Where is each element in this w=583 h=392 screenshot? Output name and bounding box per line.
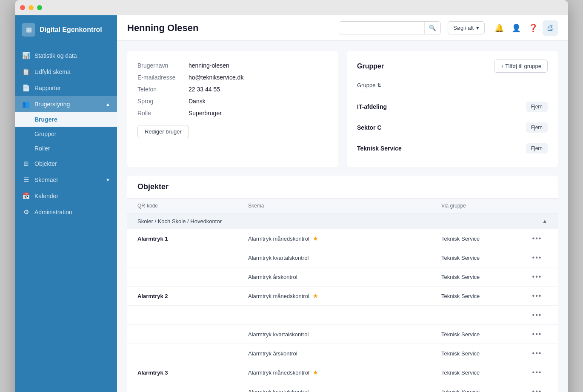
remove-group-sektorc-button[interactable]: Fjern xyxy=(526,122,548,133)
sidebar-sub-item-brugere[interactable]: Brugere xyxy=(15,112,117,127)
table-row: Rolle Superbruger xyxy=(137,107,328,119)
main-content: Henning Olesen 🔍 Søg i alt ▾ 🔔 👤 xyxy=(117,15,568,392)
sidebar-item-kalender-label: Kalender xyxy=(34,193,110,199)
user-icon: 👤 xyxy=(512,23,521,33)
app-layout: ⊞ Digital Egenkontrol 📊 Statistik og dat… xyxy=(15,15,568,392)
more-options-button[interactable]: ••• xyxy=(526,253,548,262)
more-options-button[interactable]: ••• xyxy=(526,387,548,392)
minimize-dot[interactable] xyxy=(29,5,34,10)
sidebar-item-udfyld[interactable]: 📋 Udfyld skema xyxy=(15,64,117,80)
logo-label: Digital Egenkontrol xyxy=(40,26,102,34)
sidebar-item-objekter[interactable]: ⊞ Objekter xyxy=(15,156,117,172)
schema-cell: Alarmtryk årskontrol xyxy=(248,274,441,280)
search-button[interactable]: 🔍 xyxy=(424,22,440,34)
schema-cell: Alarmtryk årskontrol xyxy=(248,350,441,357)
search-dropdown[interactable]: Søg i alt ▾ xyxy=(448,21,485,34)
schema-name: Alarmtryk kvartalskontrol xyxy=(248,389,309,392)
notifications-button[interactable]: 🔔 xyxy=(492,20,507,36)
fullscreen-dot[interactable] xyxy=(37,5,42,10)
sidebar-item-administration-label: Administration xyxy=(34,209,110,216)
schema-name: Alarmtryk månedskontrol xyxy=(248,236,309,242)
skemaer-chevron: ▼ xyxy=(106,177,110,182)
schema-cell: Alarmtryk månedskontrol ★ xyxy=(248,369,441,376)
group-sort-row: Gruppe ⇅ xyxy=(357,80,548,93)
via-gruppe: Teknisk Service xyxy=(441,236,526,242)
empty-qr: - xyxy=(137,312,248,318)
sidebar-item-brugerstyring[interactable]: 👥 Brugerstyring ▲ xyxy=(15,96,117,112)
more-options-button[interactable]: ••• xyxy=(526,349,548,358)
sidebar-item-kalender[interactable]: 📅 Kalender xyxy=(15,188,117,204)
objekter-header: Objekter xyxy=(127,176,558,198)
help-icon: ❓ xyxy=(529,23,538,33)
brugerstyring-icon: 👥 xyxy=(22,100,30,108)
objekter-title: Objekter xyxy=(137,182,169,191)
empty-qr: - xyxy=(137,350,248,357)
user-groups-grid: Brugernavn henning-olesen E-mailadresse … xyxy=(127,51,558,167)
more-options-button[interactable]: ••• xyxy=(526,234,548,243)
group-row-sektoc: Sektor C Fjern xyxy=(357,117,548,138)
search-wrapper: 🔍 xyxy=(339,21,441,34)
schema-name: Alarmtryk månedskontrol xyxy=(248,369,309,376)
edit-user-button[interactable]: Rediger bruger xyxy=(137,125,189,138)
groups-title: Grupper xyxy=(357,62,384,70)
table-row: Alarmtryk 3 Alarmtryk månedskontrol ★ Te… xyxy=(127,363,558,382)
profile-button[interactable]: 👤 xyxy=(509,20,524,36)
sidebar-item-udfyld-label: Udfyld skema xyxy=(34,68,110,75)
close-dot[interactable] xyxy=(20,5,25,10)
sidebar-item-skemaer[interactable]: ☰ Skemaer ▼ xyxy=(15,172,117,188)
sidebar-item-administration[interactable]: ⚙ Administration xyxy=(15,204,117,220)
print-button[interactable]: 🖨 xyxy=(543,20,558,36)
sidebar-item-statistik-label: Statistik og data xyxy=(34,52,110,59)
brugere-label: Brugere xyxy=(34,116,57,123)
table-header: QR-kode Skema Via gruppe xyxy=(127,198,558,213)
sidebar-item-rapporter[interactable]: 📄 Rapporter xyxy=(15,80,117,96)
content-area: Brugernavn henning-olesen E-mailadresse … xyxy=(117,41,568,392)
group-sort-label: Gruppe xyxy=(357,82,375,88)
via-gruppe: Teknisk Service xyxy=(441,274,526,280)
star-icon: ★ xyxy=(313,235,318,242)
field-label-rolle: Rolle xyxy=(137,107,189,119)
more-options-button[interactable]: ••• xyxy=(526,330,548,339)
remove-group-it-button[interactable]: Fjern xyxy=(526,102,548,112)
more-options-button[interactable]: ••• xyxy=(526,291,548,301)
sort-icon: ⇅ xyxy=(377,82,381,88)
empty-qr: - xyxy=(137,389,248,392)
more-options-button[interactable]: ••• xyxy=(526,310,548,320)
empty-qr: - xyxy=(137,274,248,280)
sidebar-item-statistik[interactable]: 📊 Statistik og data xyxy=(15,48,117,64)
table-row: - Alarmtryk årskontrol Teknisk Service •… xyxy=(127,267,558,287)
more-options-button[interactable]: ••• xyxy=(526,368,548,377)
sidebar-sub-item-grupper[interactable]: Grupper xyxy=(15,127,117,141)
star-icon: ★ xyxy=(313,293,318,299)
collapse-icon[interactable]: ▲ xyxy=(542,218,548,224)
star-icon: ★ xyxy=(313,369,318,376)
table-row: - Alarmtryk kvartalskontrol Teknisk Serv… xyxy=(127,248,558,267)
empty-qr: - xyxy=(137,255,248,261)
table-row: Sprog Dansk xyxy=(137,95,328,107)
via-gruppe: Teknisk Service xyxy=(441,369,526,376)
sidebar-nav: 📊 Statistik og data 📋 Udfyld skema 📄 Rap… xyxy=(15,44,117,392)
group-row-it: IT-afdeling Fjern xyxy=(357,97,548,117)
schema-name: Alarmtryk kvartalskontrol xyxy=(248,331,309,338)
search-input[interactable] xyxy=(339,22,424,34)
schema-name: Alarmtryk årskontrol xyxy=(248,350,297,357)
add-group-button[interactable]: + Tilføj til gruppe xyxy=(494,60,548,73)
table-row: Alarmtryk 1 Alarmtryk månedskontrol ★ Te… xyxy=(127,229,558,248)
remove-group-teknisk-button[interactable]: Fjern xyxy=(526,143,548,153)
app-window: ⊞ Digital Egenkontrol 📊 Statistik og dat… xyxy=(15,0,568,392)
col-actions xyxy=(526,203,548,209)
page-title: Henning Olesen xyxy=(127,23,332,34)
col-qr-kode: QR-kode xyxy=(137,203,248,209)
administration-icon: ⚙ xyxy=(22,208,30,216)
help-button[interactable]: ❓ xyxy=(526,20,541,36)
more-options-button[interactable]: ••• xyxy=(526,272,548,281)
field-value-brugernavn: henning-olesen xyxy=(189,60,328,71)
table-row: E-mailadresse ho@teknikservice.dk xyxy=(137,71,328,83)
header-icons: 🔔 👤 ❓ 🖨 xyxy=(492,20,558,36)
field-label-sprog: Sprog xyxy=(137,95,189,107)
field-value-telefon: 22 33 44 55 xyxy=(189,83,328,95)
sidebar-sub-item-roller[interactable]: Roller xyxy=(15,141,117,156)
print-icon: 🖨 xyxy=(546,23,554,32)
header: Henning Olesen 🔍 Søg i alt ▾ 🔔 👤 xyxy=(117,15,568,41)
table-row: Brugernavn henning-olesen xyxy=(137,60,328,71)
